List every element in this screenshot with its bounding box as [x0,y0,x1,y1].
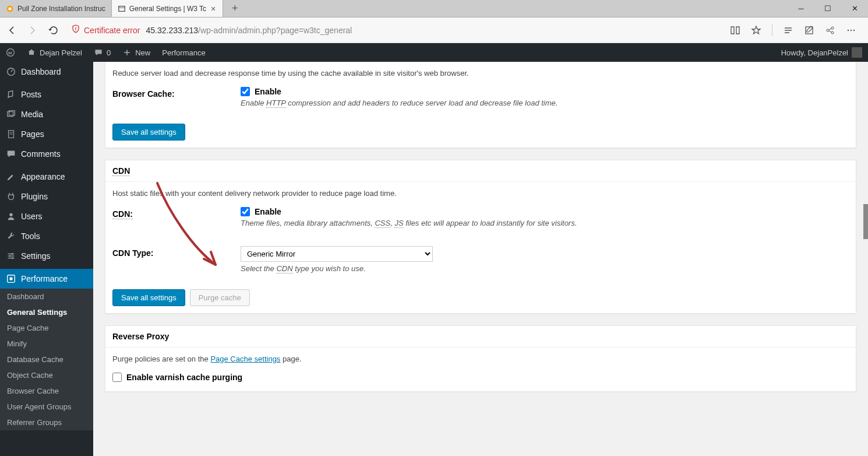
sidebar-label: Tools [21,231,40,241]
favorite-icon[interactable] [751,25,761,36]
submenu-dashboard[interactable]: Dashboard [0,289,93,304]
minimize-button[interactable]: ─ [788,0,814,17]
sidebar-item-dashboard[interactable]: Dashboard [0,62,93,82]
svg-point-29 [9,213,12,216]
cdn-help: Theme files, media library attachments, … [241,219,849,227]
notes-icon[interactable] [804,25,814,36]
submenu-database-cache[interactable]: Database Cache [0,352,93,367]
scroll-indicator [863,204,868,239]
cdn-type-label: CDN Type: [105,237,234,282]
sidebar-label: Pages [21,129,44,139]
svg-point-17 [853,29,855,30]
share-icon[interactable] [825,25,835,36]
sidebar-label: Performance [21,274,68,283]
new-content[interactable]: New [117,43,156,62]
sidebar-item-comments[interactable]: Comments [0,144,93,164]
url-path: /wp-admin/admin.php?page=w3tc_general [198,26,352,35]
sidebar-label: Posts [21,90,41,99]
reverse-proxy-desc: Purge policies are set on the Page Cache… [105,348,856,363]
sidebar-item-appearance[interactable]: Appearance [0,167,93,187]
enable-label: Enable [255,87,281,96]
comments-count[interactable]: 0 [88,43,117,62]
sidebar-label: Media [21,110,43,119]
hub-icon[interactable] [783,25,793,36]
page-cache-settings-link[interactable]: Page Cache settings [210,355,280,363]
svg-rect-24 [8,112,13,117]
svg-point-1 [8,7,11,10]
more-icon[interactable] [846,25,856,36]
window-controls: ─ ☐ ✕ [788,0,868,17]
comments-label: 0 [107,48,111,57]
varnish-checkbox[interactable] [112,373,122,382]
browser-cache-label: Browser Cache: [105,78,234,117]
cdn-checkbox[interactable] [241,207,250,216]
avatar-icon [852,47,862,58]
forward-button[interactable] [27,24,38,36]
performance-label: Performance [162,48,205,57]
sidebar-label: Appearance [21,172,65,181]
save-button[interactable]: Save all settings [112,124,185,141]
sidebar-item-plugins[interactable]: Plugins [0,187,93,206]
site-name-label: Dejan Pelzel [40,48,82,57]
refresh-button[interactable] [48,24,59,36]
wp-sidebar: Dashboard Posts Media Pages Comments App… [0,62,93,456]
sidebar-item-posts[interactable]: Posts [0,85,93,104]
tab-favicon-icon [118,5,126,13]
performance-menu[interactable]: Performance [156,43,211,62]
sidebar-item-settings[interactable]: Settings [0,246,93,266]
cdn-enable[interactable]: Enable [241,207,849,216]
shield-alert-icon [71,24,80,36]
svg-point-37 [9,277,12,280]
save-button[interactable]: Save all settings [112,289,185,306]
tab-title: Pull Zone Installation Instruc [17,5,105,13]
svg-point-34 [9,255,11,257]
svg-point-15 [848,29,849,30]
svg-line-13 [829,29,831,30]
varnish-enable[interactable]: Enable varnish cache purging [112,373,849,382]
cdn-desc: Host static files with your content deli… [105,182,856,198]
wp-logo[interactable] [0,43,21,62]
sidebar-item-media[interactable]: Media [0,104,93,124]
sidebar-item-performance[interactable]: Performance [0,269,93,289]
sidebar-item-pages[interactable]: Pages [0,124,93,144]
submenu-referrer-groups[interactable]: Referrer Groups [0,415,93,430]
divider [772,24,772,36]
site-name[interactable]: Dejan Pelzel [21,43,88,62]
new-tab-button[interactable]: + [223,0,246,17]
url-display[interactable]: 45.32.233.213/wp-admin/admin.php?page=w3… [146,26,730,35]
svg-point-16 [851,29,852,30]
sidebar-label: Users [21,212,43,221]
back-button[interactable] [6,24,17,36]
submenu-minify[interactable]: Minify [0,336,93,352]
maximize-button[interactable]: ☐ [814,0,841,17]
sidebar-label: Dashboard [21,67,61,76]
browser-cache-checkbox[interactable] [241,87,250,96]
reading-list-icon[interactable] [730,25,740,36]
cdn-type-select[interactable]: Generic Mirror [241,246,433,262]
sidebar-item-tools[interactable]: Tools [0,226,93,246]
svg-rect-25 [9,111,15,115]
svg-point-33 [11,253,13,255]
user-greeting[interactable]: Howdy, DejanPelzel [775,43,868,62]
close-button[interactable]: ✕ [841,0,868,17]
submenu-page-cache[interactable]: Page Cache [0,320,93,336]
sidebar-label: Settings [21,251,51,261]
reverse-proxy-postbox: Reverse Proxy Purge policies are set on … [105,325,856,392]
submenu-browser-cache[interactable]: Browser Cache [0,383,93,399]
browser-cache-help: Enable HTTP compression and add headers … [241,99,849,107]
submenu-general-settings[interactable]: General Settings [0,304,93,320]
svg-point-23 [8,96,9,98]
svg-line-22 [11,69,13,72]
close-icon[interactable]: × [210,4,217,13]
submenu-user-agent-groups[interactable]: User Agent Groups [0,399,93,415]
svg-rect-2 [119,6,125,11]
submenu-object-cache[interactable]: Object Cache [0,367,93,383]
reverse-proxy-title: Reverse Proxy [105,326,856,348]
svg-line-14 [829,31,831,32]
browser-tab-1[interactable]: Pull Zone Installation Instruc [0,0,112,17]
certificate-error[interactable]: Certificate error [71,24,140,36]
sidebar-item-users[interactable]: Users [0,206,93,226]
browser-cache-enable[interactable]: Enable [241,87,849,96]
browser-tab-2[interactable]: General Settings | W3 Tc × [112,0,223,17]
address-bar: Certificate error 45.32.233.213/wp-admin… [0,17,868,43]
